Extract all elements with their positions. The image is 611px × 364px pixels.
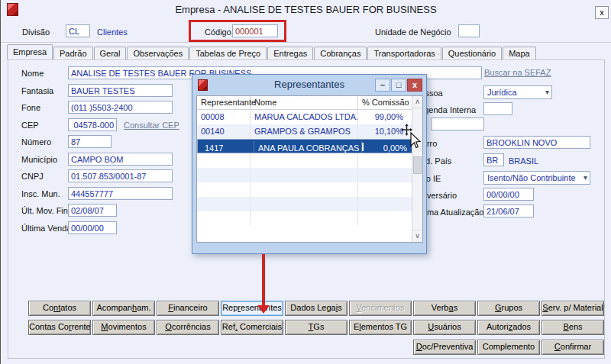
numero-field[interactable]: [68, 135, 112, 148]
window-title: Empresa - ANALISE DE TESTES BAUER FOR BU…: [1, 4, 611, 15]
representante-row[interactable]: 00008MARUA CALCADOS LTDA.99,00%: [197, 110, 422, 124]
btn-ocorrencias[interactable]: Ocorrências: [157, 320, 219, 335]
window-close-button[interactable]: x: [595, 6, 609, 19]
minimize-button[interactable]: –: [375, 79, 390, 92]
fantasia-field[interactable]: [68, 84, 173, 97]
empty-row[interactable]: [197, 153, 422, 168]
cell-nome: [251, 153, 358, 168]
tab-cobrancas[interactable]: Cobranças: [314, 47, 367, 60]
unidade-negocio-label: Unidade de Negócio: [375, 27, 451, 37]
tab-mapa[interactable]: Mapa: [503, 47, 536, 60]
municipio-field[interactable]: [68, 153, 173, 166]
ult-mov-fin-field[interactable]: [68, 204, 117, 217]
cell-comissao: 10,10%: [358, 124, 413, 139]
cnpj-field[interactable]: [68, 169, 173, 182]
municipio-label: Município: [21, 155, 57, 164]
cep-field[interactable]: [68, 118, 117, 131]
extra-field[interactable]: [431, 118, 484, 130]
btn-vencimentos: Vencimentos: [349, 301, 412, 316]
top-separator: [1, 42, 611, 43]
btn-movimentos[interactable]: Movimentos: [92, 320, 155, 335]
scroll-up-icon[interactable]: ∧: [412, 96, 422, 108]
empty-row[interactable]: [197, 182, 422, 197]
fone-field[interactable]: [68, 101, 173, 114]
column-header-representante[interactable]: Representante: [197, 96, 251, 109]
btn-dados-legais[interactable]: Dados Legais: [285, 301, 348, 316]
representantes-table: Representante Nome % Comissão 00008MARUA…: [196, 95, 423, 243]
cell-comissao: [358, 168, 413, 182]
cell-nome: [251, 182, 358, 197]
cell-representante: 1417: [201, 141, 254, 153]
btn-tgs[interactable]: TGs: [285, 320, 348, 335]
btn-grupos[interactable]: Grupos: [477, 301, 540, 316]
btn-ref-comerciais[interactable]: Ref. Comerciais: [221, 320, 283, 335]
tab-geral[interactable]: Geral: [94, 47, 127, 60]
buscar-sefaz-link[interactable]: Buscar na SEFAZ: [484, 68, 551, 77]
btn-confirmar[interactable]: Confirmar: [541, 340, 604, 355]
bairro-field[interactable]: [483, 136, 590, 149]
legenda-interna-field[interactable]: [483, 102, 512, 115]
codigo-field[interactable]: [232, 24, 278, 37]
column-header-comissao[interactable]: % Comissão: [358, 96, 413, 109]
btn-bens[interactable]: Bens: [541, 320, 604, 335]
scrollbar-thumb[interactable]: [413, 156, 422, 174]
insc-mun-field[interactable]: [68, 187, 173, 200]
tab-empresa[interactable]: Empresa: [7, 44, 53, 60]
btn-doc-preventiva[interactable]: Doc/Preventiva: [413, 340, 476, 355]
ultima-venda-field[interactable]: [68, 221, 117, 234]
representante-row[interactable]: 1417ANA PAULA COBRANÇAS S.A.-0,00%: [197, 139, 423, 153]
cell-representante: 00140: [197, 124, 251, 139]
tab-questionario[interactable]: Questionário: [442, 47, 502, 60]
pessoa-value: Jurídica: [487, 88, 517, 97]
ultima-atualizacao-field[interactable]: [483, 205, 534, 217]
btn-representantes[interactable]: Representantes: [221, 301, 283, 316]
tipo-ie-value: Isento/Não Contribuinte: [487, 173, 576, 182]
cell-nome: [251, 211, 358, 226]
cell-comissao: [358, 197, 413, 211]
cell-representante: [197, 211, 251, 226]
tab-tabelas-de-preco[interactable]: Tabelas de Preço: [189, 47, 267, 60]
empty-row[interactable]: [197, 197, 422, 211]
ultima-venda-label: Última Venda: [21, 224, 71, 233]
codigo-label: Código: [205, 27, 231, 37]
tab-padrao[interactable]: Padrão: [53, 47, 92, 60]
btn-contatos[interactable]: Contatos: [28, 301, 91, 316]
scroll-down-icon[interactable]: ∨: [412, 230, 422, 242]
tab-observacoes[interactable]: Observações: [127, 47, 189, 60]
cell-comissao: [358, 182, 413, 197]
consultar-cep-link[interactable]: Consultar CEP: [124, 121, 179, 130]
btn-serv-p-material[interactable]: Serv. p/ Material: [541, 301, 604, 316]
cell-representante: [197, 153, 251, 168]
btn-complemento[interactable]: Complemento: [477, 340, 540, 355]
pessoa-dropdown[interactable]: Jurídica▾: [483, 85, 552, 99]
btn-financeiro[interactable]: Financeiro: [157, 301, 219, 316]
unidade-negocio-field[interactable]: [458, 24, 480, 37]
cod-pais-field[interactable]: [483, 153, 504, 166]
tab-transportadoras[interactable]: Transportadoras: [367, 47, 441, 60]
cell-comissao: 0,00%: [362, 141, 417, 153]
cell-representante: [197, 182, 251, 197]
empty-row[interactable]: [197, 211, 422, 226]
table-scrollbar[interactable]: ∧ ∨: [412, 96, 422, 242]
aniversario-field[interactable]: [483, 188, 534, 201]
btn-contas-correntes[interactable]: Contas Correntes: [28, 320, 91, 335]
btn-elementos-tg[interactable]: Elementos TG: [349, 320, 412, 335]
ult-mov-fin-label: Últ. Mov. Fin.: [21, 206, 70, 215]
column-header-nome[interactable]: Nome: [251, 96, 358, 109]
btn-usuarios[interactable]: Usuários: [413, 320, 476, 335]
tab-entregas[interactable]: Entregas: [267, 47, 313, 60]
divisao-field[interactable]: [66, 24, 90, 37]
cell-nome: [251, 197, 358, 211]
empty-row[interactable]: [197, 168, 422, 182]
nome-label: Nome: [21, 69, 44, 78]
dialog-close-button[interactable]: x: [407, 79, 422, 92]
chevron-down-icon: ▾: [584, 173, 587, 182]
representante-row[interactable]: 00140GRAMPOS & GRAMPOS10,10%: [197, 124, 422, 139]
cep-label: CEP: [21, 121, 39, 130]
btn-verbas[interactable]: Verbas: [413, 301, 476, 316]
btn-acompanham[interactable]: Acompanham.: [92, 301, 155, 316]
tipo-ie-dropdown[interactable]: Isento/Não Contribuinte▾: [483, 171, 590, 185]
btn-autorizados[interactable]: Autorizados: [477, 320, 540, 335]
table-header-row: Representante Nome % Comissão: [197, 96, 422, 110]
maximize-button[interactable]: □: [391, 79, 406, 92]
